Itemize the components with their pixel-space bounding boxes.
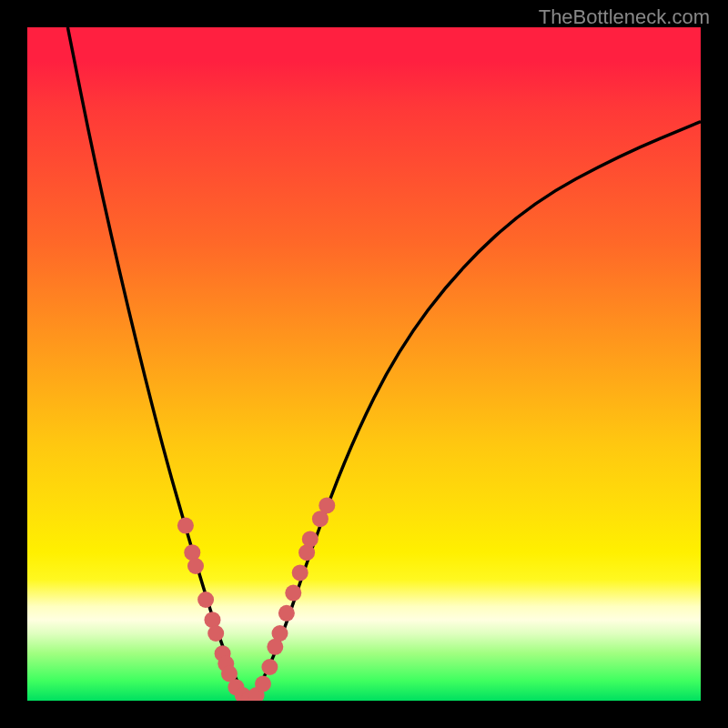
bottleneck-chart bbox=[27, 27, 701, 701]
data-markers bbox=[177, 497, 335, 701]
data-marker bbox=[255, 676, 271, 693]
bottleneck-curve-line bbox=[67, 27, 701, 695]
data-marker bbox=[187, 558, 204, 574]
data-marker bbox=[177, 518, 194, 534]
data-marker bbox=[318, 497, 335, 513]
data-marker bbox=[197, 592, 214, 608]
data-marker bbox=[278, 605, 295, 622]
data-marker bbox=[302, 531, 318, 547]
data-marker bbox=[285, 585, 301, 602]
data-marker bbox=[261, 659, 278, 675]
data-marker bbox=[272, 625, 288, 642]
data-marker bbox=[292, 564, 308, 581]
watermark-text: TheBottleneck.com bbox=[539, 5, 710, 29]
data-marker bbox=[207, 625, 224, 642]
